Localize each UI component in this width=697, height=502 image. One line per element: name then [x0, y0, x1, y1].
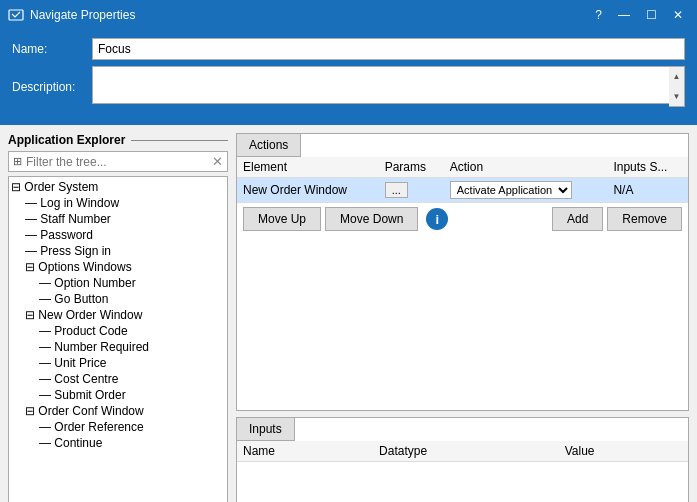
params-button[interactable]: ... — [385, 182, 408, 198]
right-panel: Actions Element Params Action Inputs S..… — [236, 133, 689, 502]
tree-item[interactable]: ⊟ Options Windows — [9, 259, 227, 275]
minimize-button[interactable]: — — [612, 7, 636, 23]
tree-item[interactable]: — Staff Number — [9, 211, 227, 227]
inputs-table: Name Datatype Value — [237, 441, 688, 462]
description-input[interactable] — [92, 66, 685, 104]
tree-item[interactable]: — Product Code — [9, 323, 227, 339]
form-area: Name: Description: ▲ ▼ — [0, 30, 697, 125]
name-row: Name: — [12, 38, 685, 60]
name-label: Name: — [12, 42, 92, 56]
col-element: Element — [237, 157, 379, 178]
filter-icon: ⊞ — [13, 155, 22, 168]
inputs-tab[interactable]: Inputs — [237, 418, 295, 441]
move-down-button[interactable]: Move Down — [325, 207, 418, 231]
tree-item[interactable]: — Submit Order — [9, 387, 227, 403]
tree-item[interactable]: ⊟ Order Conf Window — [9, 403, 227, 419]
table-row[interactable]: New Order Window...Activate ApplicationN… — [237, 178, 688, 203]
inputs-header-row: Name Datatype Value — [237, 441, 688, 462]
filter-clear-icon[interactable]: ✕ — [212, 154, 223, 169]
title-bar-controls: ? — ☐ ✕ — [589, 7, 689, 23]
scroll-down-btn[interactable]: ▼ — [669, 87, 684, 107]
close-button[interactable]: ✕ — [667, 7, 689, 23]
tree-item[interactable]: — Cost Centre — [9, 371, 227, 387]
cell-action: Activate Application — [444, 178, 608, 203]
inputs-panel: Inputs Name Datatype Value — [236, 417, 689, 502]
title-bar-title: Navigate Properties — [30, 8, 135, 22]
col-datatype: Datatype — [373, 441, 559, 462]
col-action: Action — [444, 157, 608, 178]
col-params: Params — [379, 157, 444, 178]
tree-item[interactable]: — Unit Price — [9, 355, 227, 371]
actions-header-row: Element Params Action Inputs S... — [237, 157, 688, 178]
move-up-button[interactable]: Move Up — [243, 207, 321, 231]
name-input[interactable] — [92, 38, 685, 60]
tree-item[interactable]: ⊟ New Order Window — [9, 307, 227, 323]
actions-tab[interactable]: Actions — [237, 134, 301, 157]
tree-item[interactable]: ⊟ Order System — [9, 179, 227, 195]
tree-item[interactable]: — Continue — [9, 435, 227, 451]
cell-element: New Order Window — [237, 178, 379, 203]
app-icon — [8, 7, 24, 23]
tree-item[interactable]: — Go Button — [9, 291, 227, 307]
remove-button[interactable]: Remove — [607, 207, 682, 231]
add-button[interactable]: Add — [552, 207, 603, 231]
tree-item[interactable]: — Order Reference — [9, 419, 227, 435]
filter-input[interactable] — [26, 155, 212, 169]
tree-item[interactable]: — Number Required — [9, 339, 227, 355]
actions-table: Element Params Action Inputs S... New Or… — [237, 157, 688, 202]
app-explorer-title: Application Explorer — [8, 133, 228, 147]
tree-item[interactable]: — Password — [9, 227, 227, 243]
col-name: Name — [237, 441, 373, 462]
title-bar: Navigate Properties ? — ☐ ✕ — [0, 0, 697, 30]
cell-params: ... — [379, 178, 444, 203]
tree-item[interactable]: — Option Number — [9, 275, 227, 291]
title-bar-left: Navigate Properties — [8, 7, 135, 23]
filter-box: ⊞ ✕ — [8, 151, 228, 172]
actions-panel: Actions Element Params Action Inputs S..… — [236, 133, 689, 411]
maximize-button[interactable]: ☐ — [640, 7, 663, 23]
svg-rect-0 — [9, 10, 23, 20]
description-wrapper: ▲ ▼ — [92, 66, 685, 107]
tree-item[interactable]: — Press Sign in — [9, 243, 227, 259]
scrollbar: ▲ ▼ — [669, 66, 685, 107]
description-row: Description: ▲ ▼ — [12, 66, 685, 107]
actions-footer: Move Up Move Down i Add Remove — [237, 202, 688, 235]
info-icon: i — [426, 208, 448, 230]
help-button[interactable]: ? — [589, 7, 608, 23]
col-value: Value — [559, 441, 688, 462]
cell-inputs: N/A — [607, 178, 688, 203]
col-inputs: Inputs S... — [607, 157, 688, 178]
action-select[interactable]: Activate Application — [450, 181, 572, 199]
app-explorer: Application Explorer ⊞ ✕ ⊟ Order System—… — [8, 133, 228, 502]
tree-panel: ⊟ Order System— Log in Window— Staff Num… — [8, 176, 228, 502]
main-content: Application Explorer ⊞ ✕ ⊟ Order System—… — [0, 125, 697, 502]
scroll-up-btn[interactable]: ▲ — [669, 67, 684, 87]
description-label: Description: — [12, 80, 92, 94]
tree-item[interactable]: — Log in Window — [9, 195, 227, 211]
